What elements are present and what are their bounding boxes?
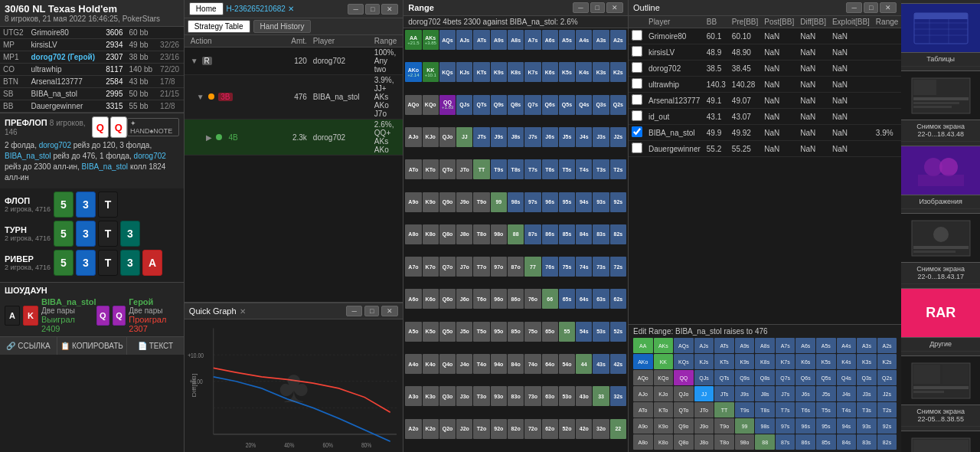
range-cell-kk[interactable]: KK+10.1 bbox=[423, 62, 439, 82]
range-cell-j5o[interactable]: J5o bbox=[456, 322, 472, 342]
thumb-other[interactable]: RAR Другие bbox=[901, 285, 980, 352]
edit-cell-a5s[interactable]: A5s bbox=[816, 338, 836, 353]
range-cell-q2o[interactable]: Q2o bbox=[439, 419, 456, 439]
range-cell-85s[interactable]: 85s bbox=[559, 224, 575, 244]
range-cell-74o[interactable]: 74o bbox=[524, 354, 541, 374]
edit-cell-q4s[interactable]: Q4s bbox=[837, 370, 857, 385]
outline-check[interactable] bbox=[629, 44, 645, 61]
edit-cell-t8s[interactable]: T8s bbox=[755, 402, 775, 418]
outline-check[interactable] bbox=[629, 28, 645, 44]
edit-cell-jj[interactable]: JJ bbox=[694, 386, 714, 401]
tab-home[interactable]: Home bbox=[189, 2, 224, 15]
range-cell-jto[interactable]: JTo bbox=[456, 159, 472, 179]
edit-cell-98s[interactable]: 98s bbox=[755, 418, 775, 434]
edit-cell-j4s[interactable]: J4s bbox=[837, 386, 857, 401]
range-cell-t5s[interactable]: T5s bbox=[559, 159, 575, 179]
range-cell-k4s[interactable]: K4s bbox=[576, 62, 592, 82]
edit-cell-95s[interactable]: 95s bbox=[816, 418, 836, 434]
range-cell-k5o[interactable]: K5o bbox=[423, 322, 439, 342]
maximize-hand[interactable]: □ bbox=[365, 4, 380, 15]
range-cell-ajs[interactable]: AJs bbox=[456, 30, 472, 50]
range-cell-k2s[interactable]: K2s bbox=[610, 62, 626, 82]
range-cell-86o[interactable]: 86o bbox=[508, 289, 524, 309]
range-cell-33[interactable]: 33 bbox=[593, 386, 609, 406]
outline-close[interactable]: ✕ bbox=[880, 2, 897, 13]
edit-cell-t2s[interactable]: T2s bbox=[877, 402, 897, 418]
range-cell-qjo[interactable]: QJo bbox=[439, 127, 456, 147]
range-cell-q9s[interactable]: Q9s bbox=[491, 95, 507, 115]
edit-cell-j8o[interactable]: J8o bbox=[694, 434, 714, 450]
range-cell-87s[interactable]: 87s bbox=[524, 224, 541, 244]
outline-minimize[interactable]: ─ bbox=[846, 2, 861, 13]
edit-cell-98o[interactable]: 98o bbox=[735, 434, 755, 450]
edit-cell-j7s[interactable]: J7s bbox=[776, 386, 795, 401]
edit-cell-ajo[interactable]: AJo bbox=[633, 386, 653, 401]
edit-cell-k7s[interactable]: K7s bbox=[776, 354, 795, 369]
range-cell-88[interactable]: 88 bbox=[508, 224, 524, 244]
range-cell-k7s[interactable]: K7s bbox=[524, 62, 541, 82]
tab-hand-history[interactable]: Hand History bbox=[253, 20, 312, 33]
range-cell-q9o[interactable]: Q9o bbox=[439, 192, 456, 212]
outline-maximize[interactable]: □ bbox=[864, 2, 878, 13]
edit-cell-tt[interactable]: TT bbox=[714, 402, 734, 418]
range-cell-a2o[interactable]: A2o bbox=[405, 419, 421, 439]
edit-cell-k2s[interactable]: K2s bbox=[877, 354, 897, 369]
range-cell-73o[interactable]: 73o bbox=[524, 386, 541, 406]
range-maximize[interactable]: □ bbox=[590, 2, 605, 13]
range-cell-a4o[interactable]: A4o bbox=[405, 354, 421, 374]
range-cell-66[interactable]: 66 bbox=[542, 289, 558, 309]
edit-cell-a8s[interactable]: A8s bbox=[755, 338, 775, 353]
edit-cell-a6s[interactable]: A6s bbox=[795, 338, 815, 353]
edit-cell-ats[interactable]: ATs bbox=[714, 338, 734, 353]
edit-cell-j8s[interactable]: J8s bbox=[755, 386, 775, 401]
range-cell-a8o[interactable]: A8o bbox=[405, 224, 421, 244]
range-cell-q4s[interactable]: Q4s bbox=[576, 95, 592, 115]
range-cell-tt[interactable]: TT bbox=[473, 159, 489, 179]
range-cell-q5o[interactable]: Q5o bbox=[439, 322, 456, 342]
range-cell-76s[interactable]: 76s bbox=[542, 257, 558, 277]
range-cell-94s[interactable]: 94s bbox=[576, 192, 592, 212]
range-cell-a3s[interactable]: A3s bbox=[593, 30, 609, 50]
copy-button[interactable]: 📋 КОПИРОВАТЬ bbox=[57, 337, 127, 355]
range-cell-53o[interactable]: 53o bbox=[559, 386, 575, 406]
range-cell-k3o[interactable]: K3o bbox=[423, 386, 439, 406]
thumb-screenshot3[interactable]: Снимок экрана22-05...8.38.55 bbox=[901, 352, 980, 427]
edit-cell-87s[interactable]: 87s bbox=[776, 434, 795, 450]
edit-cell-j5s[interactable]: J5s bbox=[816, 386, 836, 401]
range-cell-kts[interactable]: KTs bbox=[473, 62, 489, 82]
range-cell-22[interactable]: 22 bbox=[610, 419, 626, 439]
edit-cell-k4s[interactable]: K4s bbox=[837, 354, 857, 369]
range-cell-52o[interactable]: 52o bbox=[559, 419, 575, 439]
edit-cell-q5s[interactable]: Q5s bbox=[816, 370, 836, 385]
qg-minimize[interactable]: ─ bbox=[346, 306, 361, 316]
range-cell-k6o[interactable]: K6o bbox=[423, 289, 439, 309]
range-cell-ato[interactable]: ATo bbox=[405, 159, 421, 179]
outline-check[interactable] bbox=[629, 77, 645, 93]
range-cell-86s[interactable]: 86s bbox=[542, 224, 558, 244]
range-cell-97s[interactable]: 97s bbox=[524, 192, 541, 212]
range-cell-j6o[interactable]: J6o bbox=[456, 289, 472, 309]
range-cell-t2s[interactable]: T2s bbox=[610, 159, 626, 179]
link-button[interactable]: 🔗 ССЫЛКА bbox=[0, 337, 57, 355]
range-cell-q6s[interactable]: Q6s bbox=[542, 95, 558, 115]
range-cell-a7o[interactable]: A7o bbox=[405, 257, 421, 277]
edit-cell-k5s[interactable]: K5s bbox=[816, 354, 836, 369]
range-cell-32o[interactable]: 32o bbox=[593, 419, 609, 439]
range-cell-75o[interactable]: 75o bbox=[524, 322, 541, 342]
edit-cell-q3s[interactable]: Q3s bbox=[857, 370, 877, 385]
outline-check[interactable] bbox=[629, 109, 645, 125]
edit-cell-kjs[interactable]: KJs bbox=[694, 354, 714, 369]
range-cell-j7o[interactable]: J7o bbox=[456, 257, 472, 277]
range-cell-t9o[interactable]: T9o bbox=[473, 192, 489, 212]
range-cell-87o[interactable]: 87o bbox=[508, 257, 524, 277]
range-cell-83s[interactable]: 83s bbox=[593, 224, 609, 244]
range-cell-a3o[interactable]: A3o bbox=[405, 386, 421, 406]
outline-check[interactable] bbox=[629, 141, 645, 157]
qg-maximize[interactable]: □ bbox=[364, 306, 379, 316]
edit-cell-a9s[interactable]: A9s bbox=[735, 338, 755, 353]
edit-cell-t4s[interactable]: T4s bbox=[837, 402, 857, 418]
outline-check[interactable] bbox=[629, 93, 645, 109]
edit-cell-j9o[interactable]: J9o bbox=[694, 418, 714, 434]
range-cell-j5s[interactable]: J5s bbox=[559, 127, 575, 147]
range-cell-94o[interactable]: 94o bbox=[491, 354, 507, 374]
